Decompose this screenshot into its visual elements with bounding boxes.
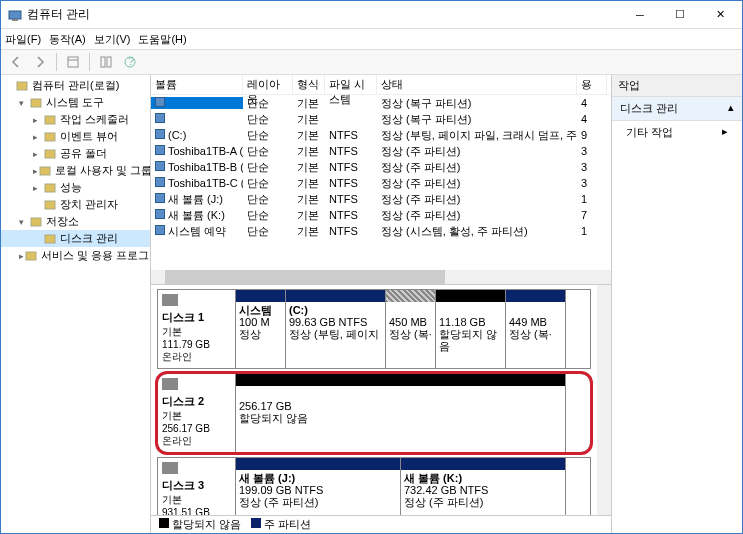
nav-tree[interactable]: 컴퓨터 관리(로컬)▾시스템 도구▸작업 스케줄러▸이벤트 뷰어▸공유 폴더▸로… <box>1 75 151 533</box>
partition[interactable]: (C:)99.63 GB NTFS정상 (부팅, 페이지 <box>286 290 386 368</box>
volume-row[interactable]: 새 볼륨 (K:)단순기본NTFS정상 (주 파티션)7 <box>151 207 611 223</box>
tree-item-1[interactable]: ▾시스템 도구 <box>1 94 150 111</box>
volume-header[interactable]: 볼륨 레이아웃 형식 파일 시스템 상태 용 <box>151 75 611 95</box>
view-button[interactable] <box>62 51 84 73</box>
tree-item-6[interactable]: ▸성능 <box>1 179 150 196</box>
actions-more[interactable]: 기타 작업 ▸ <box>612 121 742 144</box>
menubar: 파일(F) 동작(A) 보기(V) 도움말(H) <box>1 29 742 49</box>
maximize-button[interactable]: ☐ <box>660 2 700 28</box>
tree-item-5[interactable]: ▸로컬 사용자 및 그룹 <box>1 162 150 179</box>
actions-header: 작업 <box>612 75 742 97</box>
col-status[interactable]: 상태 <box>377 75 577 94</box>
volume-row[interactable]: (C:)단순기본NTFS정상 (부팅, 페이지 파일, 크래시 덤프, 주 파티… <box>151 127 611 143</box>
partition[interactable]: 256.17 GB할당되지 않음 <box>236 374 566 452</box>
titlebar: 컴퓨터 관리 ─ ☐ ✕ <box>1 1 742 29</box>
svg-rect-11 <box>45 133 55 141</box>
refresh-button[interactable] <box>95 51 117 73</box>
collapse-icon[interactable]: ▴ <box>728 101 734 116</box>
chevron-right-icon: ▸ <box>722 125 728 138</box>
svg-rect-9 <box>31 99 41 107</box>
disk-label[interactable]: 디스크 3기본931.51 GB온라인 <box>158 458 236 515</box>
minimize-button[interactable]: ─ <box>620 2 660 28</box>
disk-row-1[interactable]: 디스크 2기본256.17 GB온라인256.17 GB할당되지 않음 <box>157 373 591 453</box>
partition[interactable]: 449 MB정상 (복· <box>506 290 566 368</box>
col-cap[interactable]: 용 <box>577 75 607 94</box>
menu-file[interactable]: 파일(F) <box>5 32 41 47</box>
volume-row[interactable]: 단순기본정상 (복구 파티션)4 <box>151 95 611 111</box>
partition[interactable]: 450 MB정상 (복· <box>386 290 436 368</box>
back-button[interactable] <box>5 51 27 73</box>
v-scrollbar[interactable] <box>597 285 611 515</box>
volume-row[interactable]: 새 볼륨 (J:)단순기본NTFS정상 (주 파티션)1 <box>151 191 611 207</box>
actions-title[interactable]: 디스크 관리 ▴ <box>612 97 742 121</box>
svg-rect-14 <box>45 184 55 192</box>
svg-rect-10 <box>45 116 55 124</box>
svg-rect-2 <box>68 57 78 67</box>
tree-item-7[interactable]: 장치 관리자 <box>1 196 150 213</box>
tree-item-3[interactable]: ▸이벤트 뷰어 <box>1 128 150 145</box>
disk-label[interactable]: 디스크 2기본256.17 GB온라인 <box>158 374 236 452</box>
svg-text:?: ? <box>128 55 134 67</box>
volume-list[interactable]: 볼륨 레이아웃 형식 파일 시스템 상태 용 단순기본정상 (복구 파티션)4단… <box>151 75 611 285</box>
tree-item-2[interactable]: ▸작업 스케줄러 <box>1 111 150 128</box>
col-volume[interactable]: 볼륨 <box>151 75 243 94</box>
tree-item-10[interactable]: ▸서비스 및 응용 프로그램 <box>1 247 150 264</box>
col-layout[interactable]: 레이아웃 <box>243 75 293 94</box>
close-button[interactable]: ✕ <box>700 2 740 28</box>
tree-item-8[interactable]: ▾저장소 <box>1 213 150 230</box>
svg-rect-12 <box>45 150 55 158</box>
volume-row[interactable]: Toshiba1TB-B (F:)단순기본NTFS정상 (주 파티션)3 <box>151 159 611 175</box>
volume-row[interactable]: 단순기본정상 (복구 파티션)4 <box>151 111 611 127</box>
svg-rect-18 <box>26 252 36 260</box>
svg-rect-13 <box>40 167 50 175</box>
menu-help[interactable]: 도움말(H) <box>138 32 186 47</box>
tree-item-4[interactable]: ▸공유 폴더 <box>1 145 150 162</box>
svg-rect-4 <box>101 57 105 67</box>
actions-pane: 작업 디스크 관리 ▴ 기타 작업 ▸ <box>612 75 742 533</box>
menu-action[interactable]: 동작(A) <box>49 32 86 47</box>
volume-row[interactable]: 시스템 예약단순기본NTFS정상 (시스템, 활성, 주 파티션)1 <box>151 223 611 239</box>
tree-item-9[interactable]: 디스크 관리 <box>1 230 150 247</box>
window-title: 컴퓨터 관리 <box>27 6 620 23</box>
partition[interactable]: 새 볼륨 (K:)732.42 GB NTFS정상 (주 파티션) <box>401 458 566 515</box>
toolbar: ? <box>1 49 742 75</box>
legend: 할당되지 않음 주 파티션 <box>151 515 611 533</box>
col-fs[interactable]: 파일 시스템 <box>325 75 377 94</box>
h-scrollbar[interactable] <box>151 270 611 284</box>
menu-view[interactable]: 보기(V) <box>94 32 131 47</box>
svg-rect-15 <box>45 201 55 209</box>
partition[interactable]: 시스템100 M정상 <box>236 290 286 368</box>
partition[interactable]: 새 볼륨 (J:)199.09 GB NTFS정상 (주 파티션) <box>236 458 401 515</box>
svg-rect-16 <box>31 218 41 226</box>
forward-button[interactable] <box>29 51 51 73</box>
disk-label[interactable]: 디스크 1기본111.79 GB온라인 <box>158 290 236 368</box>
disk-row-0[interactable]: 디스크 1기본111.79 GB온라인시스템100 M정상(C:)99.63 G… <box>157 289 591 369</box>
svg-rect-17 <box>45 235 55 243</box>
legend-primary: 주 파티션 <box>264 518 311 530</box>
app-icon <box>7 7 23 23</box>
svg-rect-5 <box>107 57 111 67</box>
volume-row[interactable]: Toshiba1TB-C (G:)단순기본NTFS정상 (주 파티션)3 <box>151 175 611 191</box>
svg-rect-0 <box>9 11 21 19</box>
volume-row[interactable]: Toshiba1TB-A (D:)단순기본NTFS정상 (주 파티션)3 <box>151 143 611 159</box>
legend-unalloc: 할당되지 않음 <box>172 518 241 530</box>
svg-rect-1 <box>12 19 18 21</box>
svg-rect-8 <box>17 82 27 90</box>
tree-item-0[interactable]: 컴퓨터 관리(로컬) <box>1 77 150 94</box>
disk-graphical-view[interactable]: 디스크 1기본111.79 GB온라인시스템100 M정상(C:)99.63 G… <box>151 285 611 515</box>
help-button[interactable]: ? <box>119 51 141 73</box>
disk-row-2[interactable]: 디스크 3기본931.51 GB온라인새 볼륨 (J:)199.09 GB NT… <box>157 457 591 515</box>
partition[interactable]: 11.18 GB할당되지 않음 <box>436 290 506 368</box>
col-type[interactable]: 형식 <box>293 75 325 94</box>
